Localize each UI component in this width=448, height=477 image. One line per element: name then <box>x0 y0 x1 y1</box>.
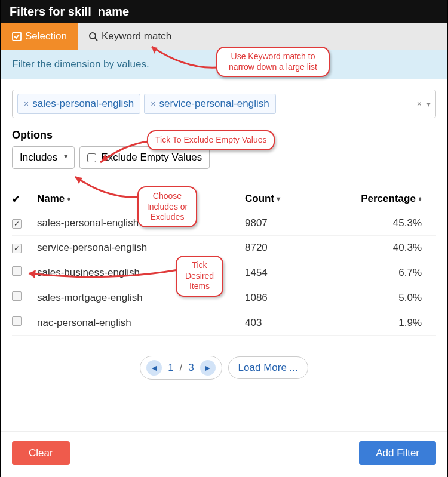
chip-label: sales-personal-english <box>32 98 134 110</box>
callout-exclude: Tick To Exclude Empty Values <box>147 130 275 150</box>
sort-desc-icon: ▾ <box>277 195 280 203</box>
check-icon <box>12 32 22 41</box>
chip-label: service-personal-english <box>159 98 269 110</box>
table-row: sales-business-english14546.7% <box>12 260 436 285</box>
header-percentage-label: Percentage <box>361 193 416 205</box>
svg-point-1 <box>90 33 96 39</box>
table-row: sales-personal-english980745.3% <box>12 211 436 236</box>
pager-total: 3 <box>188 362 194 374</box>
row-count: 403 <box>245 317 346 329</box>
tab-keyword-label: Keyword match <box>102 30 171 42</box>
callout-tick: Tick Desired Items <box>176 256 223 297</box>
header-name-label: Name <box>37 193 65 205</box>
pager-next-button[interactable]: ► <box>200 360 216 376</box>
filter-modal: Filters for skill_name Selection Keyword… <box>1 0 447 477</box>
row-checkbox[interactable] <box>12 316 22 326</box>
callout-keyword: Use Keyword match to narrow down a large… <box>216 47 330 77</box>
pager-box: ◄ 1 / 3 ► <box>140 356 222 380</box>
table-row: nac-personal-english4031.9% <box>12 310 436 336</box>
row-checkbox[interactable] <box>12 244 22 253</box>
values-table: ✔ Name ♦ Count ▾ Percentage ♦ sales-pers… <box>12 187 436 336</box>
checkbox-icon <box>87 153 96 162</box>
row-count: 9807 <box>245 217 346 229</box>
modal-body: × sales-personal-english × service-perso… <box>1 79 447 390</box>
row-percentage: 45.3% <box>346 217 436 229</box>
header-percentage[interactable]: Percentage ♦ <box>346 193 436 205</box>
chip-remove-icon[interactable]: × <box>151 99 155 109</box>
header-count-label: Count <box>245 193 274 205</box>
selected-values-input[interactable]: × sales-personal-english × service-perso… <box>12 90 436 118</box>
table-row: service-personal-english872040.3% <box>12 236 436 260</box>
chip: × sales-personal-english <box>17 94 140 114</box>
sort-icon: ♦ <box>418 195 422 203</box>
row-name: service-personal-english <box>37 242 245 254</box>
pager-separator: / <box>180 362 182 373</box>
sort-icon: ♦ <box>67 195 70 203</box>
row-checkbox[interactable] <box>12 266 22 276</box>
row-count: 1454 <box>245 267 346 279</box>
modal-footer: Clear Add Filter <box>1 431 447 477</box>
svg-rect-0 <box>13 32 21 41</box>
mode-select[interactable]: Includes <box>12 146 75 169</box>
tab-selection-label: Selection <box>25 30 67 42</box>
pager-current: 1 <box>168 362 173 374</box>
clear-button[interactable]: Clear <box>12 441 70 465</box>
row-percentage: 40.3% <box>346 242 436 254</box>
header-count[interactable]: Count ▾ <box>245 193 346 205</box>
tab-keyword[interactable]: Keyword match <box>78 23 182 50</box>
row-percentage: 1.9% <box>346 317 436 329</box>
row-count: 1086 <box>245 292 346 304</box>
chevron-down-icon[interactable]: ▾ <box>426 99 431 109</box>
mode-select-value: Includes <box>20 152 57 163</box>
exclude-empty-label: Exclude Empty Values <box>101 152 202 164</box>
pager: ◄ 1 / 3 ► Load More ... <box>12 356 436 380</box>
pager-prev-button[interactable]: ◄ <box>146 360 162 376</box>
search-icon <box>88 32 98 41</box>
row-checkbox[interactable] <box>12 291 22 301</box>
add-filter-button[interactable]: Add Filter <box>359 441 436 465</box>
modal-title: Filters for skill_name <box>1 0 447 23</box>
row-checkbox[interactable] <box>12 219 22 229</box>
chip: × service-personal-english <box>144 94 275 114</box>
row-count: 8720 <box>245 242 346 254</box>
header-check-all[interactable]: ✔ <box>12 193 37 205</box>
row-percentage: 5.0% <box>346 292 436 304</box>
load-more-button[interactable]: Load More ... <box>228 356 308 379</box>
row-percentage: 6.7% <box>346 267 436 279</box>
callout-mode: Choose Includes or Excludes <box>137 186 197 227</box>
table-header: ✔ Name ♦ Count ▾ Percentage ♦ <box>12 187 436 211</box>
table-row: sales-mortgage-english10865.0% <box>12 285 436 310</box>
svg-line-2 <box>95 38 97 41</box>
tab-selection[interactable]: Selection <box>1 23 78 50</box>
row-name: nac-personal-english <box>37 317 245 329</box>
chip-remove-icon[interactable]: × <box>24 99 29 109</box>
clear-all-icon[interactable]: × <box>417 99 422 109</box>
